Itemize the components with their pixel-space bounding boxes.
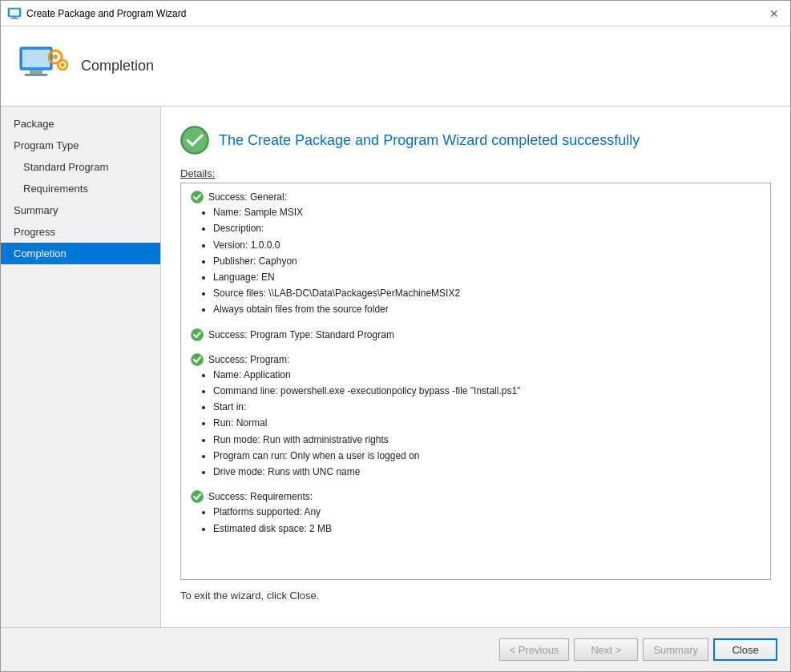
general-item-desc: Description: (213, 221, 761, 236)
details-section-requirements: Success: Requirements: Platforms support… (191, 489, 761, 537)
svg-point-17 (192, 491, 204, 503)
details-label: Details: (180, 167, 771, 179)
svg-rect-1 (10, 9, 19, 15)
svg-rect-2 (12, 17, 17, 18)
req-item-platforms: Platforms supported: Any (213, 505, 761, 520)
close-button[interactable]: Close (713, 638, 777, 661)
details-section-program: Success: Program: Name: Application Comm… (191, 352, 761, 481)
svg-rect-6 (30, 70, 42, 74)
title-bar-left: Create Package and Program Wizard (7, 6, 186, 21)
header-title: Completion (81, 58, 154, 74)
sidebar-item-package[interactable]: Package (1, 113, 160, 135)
program-item-startin: Start in: (213, 400, 761, 415)
title-bar: Create Package and Program Wizard ✕ (1, 1, 790, 26)
svg-rect-5 (22, 50, 50, 67)
section-header-requirements: Success: Requirements: (191, 489, 761, 505)
success-check-icon (180, 126, 209, 155)
svg-point-9 (53, 54, 58, 59)
success-title: The Create Package and Program Wizard co… (219, 132, 640, 149)
general-item-language: Language: EN (213, 270, 761, 285)
sidebar-item-program-type[interactable]: Program Type (1, 135, 160, 156)
header-area: Completion (1, 26, 790, 107)
program-bullet-list: Name: Application Command line: powershe… (213, 368, 761, 480)
general-bullet-list: Name: Sample MSIX Description: Version: … (213, 205, 761, 317)
program-item-name: Name: Application (213, 368, 761, 383)
wizard-window: Create Package and Program Wizard ✕ Comp… (0, 0, 791, 672)
check-icon-requirements (191, 490, 204, 503)
program-item-run: Run: Normal (213, 416, 761, 431)
req-item-diskspace: Estimated disk space: 2 MB (213, 521, 761, 537)
svg-point-15 (192, 328, 204, 340)
details-section-program-type: Success: Program Type: Standard Program (191, 328, 761, 343)
svg-point-14 (192, 191, 204, 203)
main-content: The Create Package and Program Wizard co… (161, 107, 790, 627)
check-icon-general (191, 191, 204, 203)
sidebar-item-requirements[interactable]: Requirements (1, 178, 160, 199)
sidebar-item-progress[interactable]: Progress (1, 221, 160, 243)
section-title-program-type: Success: Program Type: Standard Program (208, 328, 394, 343)
close-window-button[interactable]: ✕ (765, 4, 784, 23)
previous-button[interactable]: < Previous (499, 638, 570, 661)
section-header-general: Success: General: (191, 190, 761, 205)
program-item-runmode: Run mode: Run with administrative rights (213, 433, 761, 448)
check-icon-program (191, 353, 204, 366)
svg-rect-3 (10, 18, 18, 19)
exit-text: To exit the wizard, click Close. (180, 590, 771, 602)
requirements-bullet-list: Platforms supported: Any Estimated disk … (213, 505, 761, 536)
summary-button[interactable]: Summary (643, 638, 708, 661)
next-button[interactable]: Next > (574, 638, 638, 661)
program-item-cmdline: Command line: powershell.exe -executionp… (213, 384, 761, 399)
sidebar-item-completion[interactable]: Completion (1, 243, 160, 264)
sidebar-item-summary[interactable]: Summary (1, 199, 160, 221)
details-section-general: Success: General: Name: Sample MSIX Desc… (191, 190, 761, 318)
section-header-program: Success: Program: (191, 352, 761, 368)
svg-rect-7 (25, 74, 47, 76)
sidebar: Package Program Type Standard Program Re… (1, 107, 161, 627)
section-header-program-type: Success: Program Type: Standard Program (191, 328, 761, 343)
success-header: The Create Package and Program Wizard co… (180, 126, 771, 155)
program-item-drivemode: Drive mode: Runs with UNC name (213, 465, 761, 480)
details-box[interactable]: Success: General: Name: Sample MSIX Desc… (180, 183, 771, 580)
content-area: Package Program Type Standard Program Re… (1, 107, 790, 627)
check-icon-program-type (191, 328, 204, 341)
svg-point-16 (192, 353, 204, 365)
general-item-version: Version: 1.0.0.0 (213, 238, 761, 253)
window-title: Create Package and Program Wizard (26, 8, 186, 19)
svg-point-11 (61, 62, 65, 66)
general-item-name: Name: Sample MSIX (213, 205, 761, 220)
sidebar-item-standard-program[interactable]: Standard Program (1, 156, 160, 178)
header-icon (17, 41, 68, 92)
program-item-canrun: Program can run: Only when a user is log… (213, 449, 761, 464)
general-item-always-obtain: Always obtain files from the source fold… (213, 302, 761, 317)
section-title-program: Success: Program: (208, 352, 289, 368)
general-item-source: Source files: \\LAB-DC\Data\Packages\Per… (213, 286, 761, 301)
section-title-general: Success: General: (208, 190, 287, 205)
section-title-requirements: Success: Requirements: (208, 489, 313, 505)
footer-area: < Previous Next > Summary Close (1, 627, 790, 671)
general-item-publisher: Publisher: Caphyon (213, 254, 761, 269)
window-icon (7, 6, 22, 21)
